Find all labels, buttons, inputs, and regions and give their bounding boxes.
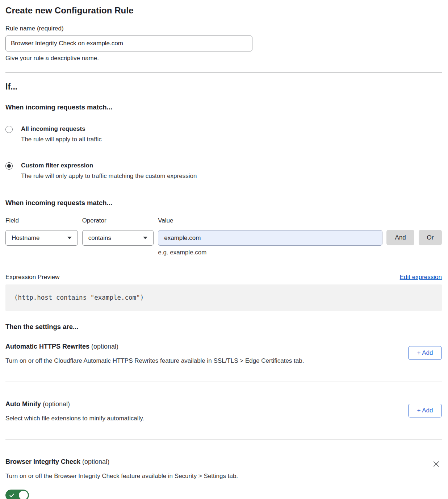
field-select[interactable]: Hostname (5, 230, 78, 246)
and-button[interactable]: And (386, 230, 414, 245)
rule-name-help: Give your rule a descriptive name. (5, 55, 442, 62)
match-heading: When incoming requests match... (5, 103, 442, 111)
request-match-radio-group: All incoming requests The rule will appl… (5, 125, 442, 180)
expression-preview-label: Expression Preview (5, 274, 59, 281)
section-divider (5, 72, 442, 73)
radio-label: Custom filter expression (21, 162, 197, 169)
page-title: Create new Configuration Rule (5, 5, 442, 16)
radio-all-incoming-requests[interactable]: All incoming requests The rule will appl… (5, 125, 442, 143)
radio-description: The rule will apply to all traffic (21, 136, 102, 143)
expression-preview-code: (http.host contains "example.com") (5, 284, 442, 311)
edit-expression-link[interactable]: Edit expression (400, 274, 442, 281)
remove-setting-button[interactable] (431, 459, 441, 469)
radio-description: The rule will only apply to traffic matc… (21, 172, 197, 180)
if-heading: If... (5, 82, 442, 92)
setting-description: Turn on or off the Browser Integrity Che… (5, 473, 238, 480)
operator-column: Operator contains (82, 217, 154, 246)
setting-divider (5, 439, 442, 440)
chevron-down-icon (67, 237, 72, 239)
radio-texts: Custom filter expression The rule will o… (21, 162, 197, 180)
setting-browser-integrity-check: Browser Integrity Check (optional) Turn … (5, 458, 442, 499)
setting-divider (5, 382, 442, 382)
setting-texts: Auto Minify (optional) Select which file… (5, 400, 144, 422)
setting-name: Browser Integrity Check (5, 458, 80, 465)
setting-auto-minify: Auto Minify (optional) Select which file… (5, 400, 442, 422)
setting-automatic-https-rewrites: Automatic HTTPS Rewrites (optional) Turn… (5, 343, 442, 365)
setting-title: Browser Integrity Check (optional) (5, 458, 238, 466)
settings-heading: Then the settings are... (5, 323, 442, 331)
field-select-value: Hostname (12, 234, 39, 242)
setting-texts: Browser Integrity Check (optional) Turn … (5, 458, 238, 499)
filter-expression-row: Field Hostname Operator contains Value e… (5, 217, 442, 256)
operator-select-value: contains (88, 234, 111, 242)
operator-label: Operator (82, 217, 154, 224)
rule-name-input[interactable] (5, 36, 252, 51)
create-configuration-rule-page: Create new Configuration Rule Rule name … (0, 5, 448, 499)
setting-description: Turn on or off the Cloudflare Automatic … (5, 357, 304, 365)
setting-optional-tag: (optional) (91, 343, 118, 350)
add-auto-minify-button[interactable]: + Add (408, 404, 442, 417)
radio-button-icon[interactable] (5, 162, 13, 170)
radio-label: All incoming requests (21, 125, 102, 133)
setting-title: Automatic HTTPS Rewrites (optional) (5, 343, 304, 350)
field-label: Field (5, 217, 78, 224)
setting-name: Auto Minify (5, 400, 41, 408)
radio-custom-filter-expression[interactable]: Custom filter expression The rule will o… (5, 162, 442, 180)
setting-optional-tag: (optional) (82, 458, 109, 465)
value-label: Value (158, 217, 382, 224)
or-button[interactable]: Or (419, 230, 442, 245)
field-column: Field Hostname (5, 217, 78, 246)
value-column: Value e.g. example.com (158, 217, 382, 256)
add-automatic-https-rewrites-button[interactable]: + Add (408, 346, 442, 360)
setting-name: Automatic HTTPS Rewrites (5, 343, 89, 350)
filter-heading: When incoming requests match... (5, 199, 442, 207)
check-icon (9, 492, 15, 498)
rule-name-label: Rule name (required) (5, 25, 442, 32)
value-input[interactable] (158, 230, 382, 246)
expression-preview-row: Expression Preview Edit expression (5, 274, 442, 281)
close-icon (433, 461, 440, 467)
value-help: e.g. example.com (158, 249, 382, 256)
setting-optional-tag: (optional) (43, 400, 70, 408)
setting-texts: Automatic HTTPS Rewrites (optional) Turn… (5, 343, 304, 365)
radio-button-icon[interactable] (5, 126, 13, 133)
toggle-knob[interactable] (19, 491, 28, 499)
chevron-down-icon (143, 237, 147, 239)
operator-select[interactable]: contains (82, 230, 154, 246)
setting-description: Select which file extensions to minify a… (5, 415, 144, 422)
setting-title: Auto Minify (optional) (5, 400, 144, 408)
browser-integrity-check-toggle[interactable] (5, 490, 29, 499)
radio-texts: All incoming requests The rule will appl… (21, 125, 102, 143)
